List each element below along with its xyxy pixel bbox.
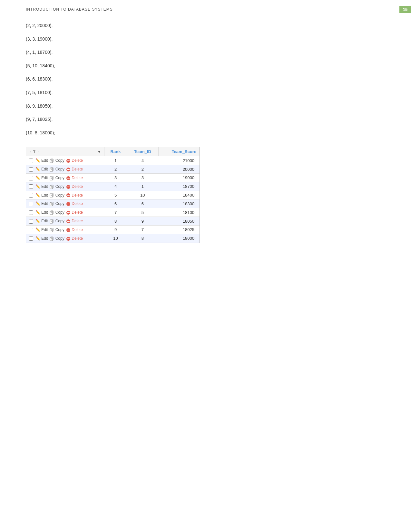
filter-icon[interactable]: ▼ bbox=[97, 150, 101, 154]
delete-icon[interactable]: Delete bbox=[66, 236, 83, 241]
copy-label[interactable]: Copy bbox=[55, 193, 64, 198]
edit-label[interactable]: Edit bbox=[41, 176, 48, 180]
edit-label[interactable]: Edit bbox=[41, 227, 48, 232]
row-rank: 1 bbox=[104, 156, 127, 165]
delete-label[interactable]: Delete bbox=[72, 201, 83, 206]
copy-label[interactable]: Copy bbox=[55, 176, 64, 180]
delete-icon[interactable]: Delete bbox=[66, 227, 83, 232]
row-team-id: 7 bbox=[127, 225, 158, 234]
delete-circle-icon bbox=[66, 185, 71, 189]
row-actions-cell: ✏️ Edit Copy Delete bbox=[26, 156, 104, 165]
edit-label[interactable]: Edit bbox=[41, 193, 48, 198]
delete-label[interactable]: Delete bbox=[72, 236, 83, 241]
row-checkbox[interactable] bbox=[29, 167, 33, 172]
edit-icon[interactable]: ✏️ Edit bbox=[35, 184, 48, 189]
delete-icon[interactable]: Delete bbox=[66, 167, 83, 172]
row-checkbox[interactable] bbox=[29, 176, 33, 180]
row-checkbox[interactable] bbox=[29, 193, 33, 198]
copy-icon[interactable]: Copy bbox=[50, 158, 65, 163]
row-checkbox[interactable] bbox=[29, 228, 33, 232]
edit-label[interactable]: Edit bbox=[41, 201, 48, 206]
page-number-badge: 15 bbox=[399, 6, 411, 13]
edit-icon[interactable]: ✏️ Edit bbox=[35, 201, 48, 206]
copy-rows-icon bbox=[50, 185, 54, 189]
row-team-id: 3 bbox=[127, 174, 158, 182]
sort-arrows[interactable]: ← T → bbox=[29, 150, 39, 154]
copy-label[interactable]: Copy bbox=[55, 201, 64, 206]
delete-circle-icon bbox=[66, 210, 71, 215]
delete-icon[interactable]: Delete bbox=[66, 158, 83, 163]
copy-icon[interactable]: Copy bbox=[50, 201, 65, 206]
edit-label[interactable]: Edit bbox=[41, 236, 48, 241]
edit-icon[interactable]: ✏️ Edit bbox=[35, 158, 48, 163]
delete-icon[interactable]: Delete bbox=[66, 201, 83, 206]
row-team-id: 10 bbox=[127, 191, 158, 199]
delete-icon[interactable]: Delete bbox=[66, 219, 83, 224]
row-checkbox[interactable] bbox=[29, 184, 33, 189]
database-table-container: ← T → ▼ Rank Team_ID Team_Score ✏ bbox=[26, 147, 200, 243]
row-team-id: 5 bbox=[127, 208, 158, 217]
edit-label[interactable]: Edit bbox=[41, 219, 48, 223]
delete-label[interactable]: Delete bbox=[72, 158, 83, 163]
copy-icon[interactable]: Copy bbox=[50, 219, 65, 223]
delete-label[interactable]: Delete bbox=[72, 176, 83, 180]
copy-label[interactable]: Copy bbox=[55, 167, 64, 171]
edit-icon[interactable]: ✏️ Edit bbox=[35, 176, 48, 180]
delete-label[interactable]: Delete bbox=[72, 184, 83, 189]
row-checkbox[interactable] bbox=[29, 236, 33, 241]
edit-icon[interactable]: ✏️ Edit bbox=[35, 210, 48, 215]
delete-label[interactable]: Delete bbox=[72, 210, 83, 215]
copy-icon[interactable]: Copy bbox=[50, 193, 65, 198]
delete-icon[interactable]: Delete bbox=[66, 193, 83, 198]
row-actions-cell: ✏️ Edit Copy Delete bbox=[26, 182, 104, 191]
delete-label[interactable]: Delete bbox=[72, 167, 83, 171]
copy-label[interactable]: Copy bbox=[55, 219, 64, 223]
copy-icon[interactable]: Copy bbox=[50, 227, 65, 232]
table-row: ✏️ Edit Copy Delete 2220000 bbox=[26, 165, 200, 174]
arrow-right-icon: → bbox=[36, 150, 39, 153]
copy-rows-icon bbox=[50, 176, 54, 180]
delete-circle-icon bbox=[66, 202, 71, 206]
data-line: (9, 7, 18025), bbox=[26, 116, 385, 123]
copy-label[interactable]: Copy bbox=[55, 184, 64, 189]
edit-label[interactable]: Edit bbox=[41, 184, 48, 189]
copy-icon[interactable]: Copy bbox=[50, 210, 65, 215]
row-checkbox[interactable] bbox=[29, 210, 33, 215]
copy-label[interactable]: Copy bbox=[55, 236, 64, 241]
edit-icon[interactable]: ✏️ Edit bbox=[35, 167, 48, 171]
delete-circle-icon bbox=[66, 193, 71, 198]
edit-label[interactable]: Edit bbox=[41, 167, 48, 171]
delete-label[interactable]: Delete bbox=[72, 219, 83, 223]
row-team-score: 21000 bbox=[158, 156, 200, 165]
row-checkbox[interactable] bbox=[29, 202, 33, 206]
table-row: ✏️ Edit Copy Delete 3319000 bbox=[26, 174, 200, 182]
copy-icon[interactable]: Copy bbox=[50, 184, 65, 189]
edit-icon[interactable]: ✏️ Edit bbox=[35, 219, 48, 223]
row-checkbox[interactable] bbox=[29, 219, 33, 224]
database-table: ← T → ▼ Rank Team_ID Team_Score ✏ bbox=[26, 147, 200, 243]
data-line: (3, 3, 19000), bbox=[26, 36, 385, 43]
edit-icon[interactable]: ✏️ Edit bbox=[35, 236, 48, 241]
edit-label[interactable]: Edit bbox=[41, 210, 48, 215]
row-rank: 3 bbox=[104, 174, 127, 182]
copy-icon[interactable]: Copy bbox=[50, 176, 65, 180]
copy-label[interactable]: Copy bbox=[55, 210, 64, 215]
delete-icon[interactable]: Delete bbox=[66, 184, 83, 189]
copy-icon[interactable]: Copy bbox=[50, 236, 65, 241]
copy-label[interactable]: Copy bbox=[55, 158, 64, 163]
copy-label[interactable]: Copy bbox=[55, 227, 64, 232]
data-line: (4, 1, 18700), bbox=[26, 49, 385, 56]
data-line: (10, 8, 18000); bbox=[26, 130, 385, 136]
col-header-rank: Rank bbox=[104, 147, 127, 156]
delete-label[interactable]: Delete bbox=[72, 227, 83, 232]
delete-circle-icon bbox=[66, 219, 71, 224]
edit-icon[interactable]: ✏️ Edit bbox=[35, 227, 48, 232]
copy-icon[interactable]: Copy bbox=[50, 167, 65, 171]
delete-icon[interactable]: Delete bbox=[66, 210, 83, 215]
delete-icon[interactable]: Delete bbox=[66, 176, 83, 180]
edit-label[interactable]: Edit bbox=[41, 158, 48, 163]
delete-label[interactable]: Delete bbox=[72, 193, 83, 198]
edit-icon[interactable]: ✏️ Edit bbox=[35, 193, 48, 198]
row-checkbox[interactable] bbox=[29, 159, 33, 163]
data-line: (8, 9, 18050), bbox=[26, 103, 385, 110]
